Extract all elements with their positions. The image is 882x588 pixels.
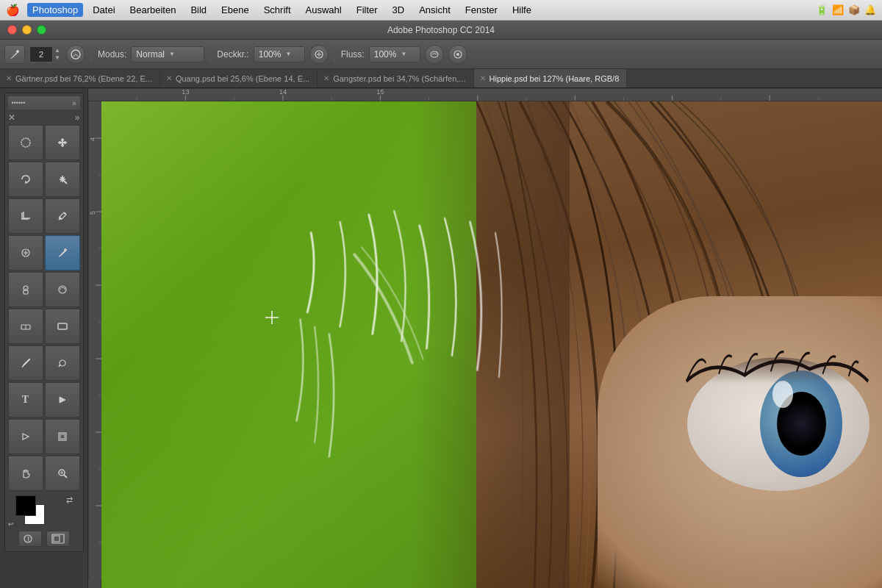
tool-magic-wand[interactable] <box>45 162 80 197</box>
tool-clone-stamp[interactable] <box>8 272 43 307</box>
svg-point-7 <box>456 53 459 56</box>
close-tab-quang[interactable]: ✕ <box>166 74 172 82</box>
brush-tool-button[interactable] <box>4 45 25 64</box>
svg-point-5 <box>431 51 438 57</box>
separator-2 <box>210 46 211 63</box>
deckr-label: Deckkr.: <box>217 49 248 60</box>
deckr-value: 100% <box>259 49 282 60</box>
airbrush-button[interactable] <box>309 45 329 64</box>
tool-eyedropper[interactable] <box>45 198 80 234</box>
eye-area <box>639 320 882 564</box>
tool-blob-brush[interactable] <box>45 345 80 381</box>
tool-path-selection[interactable] <box>45 382 80 417</box>
menu-schrift[interactable]: Schrift <box>259 3 296 17</box>
fluss-dropdown[interactable]: 100% ▼ <box>369 46 420 62</box>
menu-3d[interactable]: 3D <box>387 3 410 17</box>
tools-panel-inner: •••••• » ✕ » <box>4 93 84 552</box>
menu-bild[interactable]: Bild <box>185 3 212 17</box>
menu-bearbeiten[interactable]: Bearbeiten <box>125 3 182 17</box>
apple-logo-icon: 🍎 <box>6 4 20 17</box>
tab-gartner[interactable]: ✕ Gärtner.psd bei 76,2% (Ebene 22, E... <box>0 69 160 87</box>
tab-gartner-label: Gärtner.psd bei 76,2% (Ebene 22, E... <box>15 74 152 83</box>
tab-quang[interactable]: ✕ Quang.psd bei 25,6% (Ebene 14, E... <box>160 69 318 87</box>
minimize-button[interactable] <box>22 25 32 35</box>
swap-colors-icon[interactable]: ⇄ <box>66 495 73 505</box>
menu-ansicht[interactable]: Ansicht <box>414 3 456 17</box>
quick-mask-btn[interactable] <box>18 531 42 547</box>
tool-hand[interactable] <box>8 456 43 491</box>
tools-panel-close-btn[interactable]: ✕ <box>8 112 15 123</box>
svg-rect-21 <box>58 323 67 329</box>
screen-mode-btn[interactable] <box>46 531 70 547</box>
tool-zoom[interactable] <box>45 456 80 491</box>
svg-point-0 <box>16 50 19 53</box>
canvas-area: 13 14 15 <box>88 88 882 588</box>
tool-spot-healing[interactable] <box>8 235 43 270</box>
wifi-icon: 📶 <box>832 4 844 15</box>
tab-gangster[interactable]: ✕ Gangster.psd bei 34,7% (Schärfen,... <box>318 69 473 87</box>
menu-photoshop[interactable]: Photoshop <box>27 3 83 17</box>
color-swatches: ↩ ⇄ <box>8 495 80 528</box>
tool-crop[interactable] <box>8 198 43 234</box>
brush-size-up[interactable]: ▲ <box>53 47 62 54</box>
svg-rect-31 <box>54 536 60 542</box>
brush-size-down[interactable]: ▼ <box>53 54 62 62</box>
crosshair-cursor <box>265 311 279 324</box>
svg-text:5: 5 <box>89 211 96 215</box>
mac-menubar: 🍎 Photoshop Datei Bearbeiten Bild Ebene … <box>0 0 882 21</box>
foreground-color-swatch[interactable] <box>15 495 36 516</box>
tool-brush[interactable] <box>45 235 80 270</box>
tools-panel-collapse-btn[interactable]: » <box>72 99 76 107</box>
maximize-button[interactable] <box>37 25 46 35</box>
main-area: •••••• » ✕ » <box>0 88 882 588</box>
tool-direct-selection[interactable] <box>8 419 43 454</box>
tools-panel-header[interactable]: •••••• » <box>8 96 80 110</box>
tool-healing-brush[interactable] <box>45 272 80 307</box>
menu-fenster[interactable]: Fenster <box>460 3 503 17</box>
reset-colors-icon[interactable]: ↩ <box>8 520 14 528</box>
brush-size-input[interactable]: 2 <box>29 46 53 62</box>
menu-datei[interactable]: Datei <box>87 3 120 17</box>
photo-canvas <box>101 101 882 588</box>
tool-eraser[interactable] <box>8 309 43 344</box>
tools-panel: •••••• » ✕ » <box>0 88 88 588</box>
close-tab-gartner[interactable]: ✕ <box>6 74 12 82</box>
dropbox-icon: 📦 <box>848 4 860 15</box>
modus-arrow-icon: ▼ <box>169 51 175 57</box>
tab-gangster-label: Gangster.psd bei 34,7% (Schärfen,... <box>333 74 465 83</box>
close-tab-gangster[interactable]: ✕ <box>323 74 329 82</box>
mode-buttons <box>8 531 80 547</box>
svg-rect-16 <box>24 290 28 294</box>
brush-picker-button[interactable] <box>66 45 85 64</box>
svg-text:14: 14 <box>279 89 287 96</box>
modus-label: Modus: <box>98 49 126 60</box>
canvas-content[interactable] <box>101 101 882 588</box>
tool-rectangle2[interactable] <box>45 419 80 454</box>
tool-elliptical-marquee[interactable] <box>8 125 43 160</box>
deckr-arrow-icon: ▼ <box>285 51 291 57</box>
separator-1 <box>91 46 92 63</box>
modus-dropdown[interactable]: Normal ▼ <box>131 46 204 62</box>
modus-value: Normal <box>136 49 165 60</box>
close-tab-hippie[interactable]: ✕ <box>480 74 486 82</box>
tablet-pressure-opacity-button[interactable] <box>425 45 444 64</box>
notification-icon: 🔔 <box>864 4 876 15</box>
tablet-pressure-flow-button[interactable] <box>448 45 467 64</box>
close-button[interactable] <box>7 25 17 35</box>
ruler-top: 13 14 15 <box>88 88 882 101</box>
tools-panel-expand-btn[interactable]: » <box>75 112 80 123</box>
tool-lasso[interactable] <box>8 162 43 197</box>
tool-move[interactable] <box>45 125 80 160</box>
tab-quang-label: Quang.psd bei 25,6% (Ebene 14, E... <box>176 74 309 83</box>
tab-hippie-label: Hippie.psd bei 127% (Haare, RGB/8 <box>490 74 620 83</box>
tool-pen[interactable] <box>8 345 43 381</box>
tool-rectangle[interactable] <box>45 309 80 344</box>
menu-hilfe[interactable]: Hilfe <box>507 3 537 17</box>
menu-auswahl[interactable]: Auswahl <box>301 3 347 17</box>
menu-filter[interactable]: Filter <box>351 3 383 17</box>
menu-ebene[interactable]: Ebene <box>216 3 254 17</box>
deckr-dropdown[interactable]: 100% ▼ <box>254 46 305 62</box>
tab-hippie[interactable]: ✕ Hippie.psd bei 127% (Haare, RGB/8 <box>474 69 628 87</box>
tool-type[interactable]: T <box>8 382 43 417</box>
svg-point-8 <box>21 138 30 147</box>
